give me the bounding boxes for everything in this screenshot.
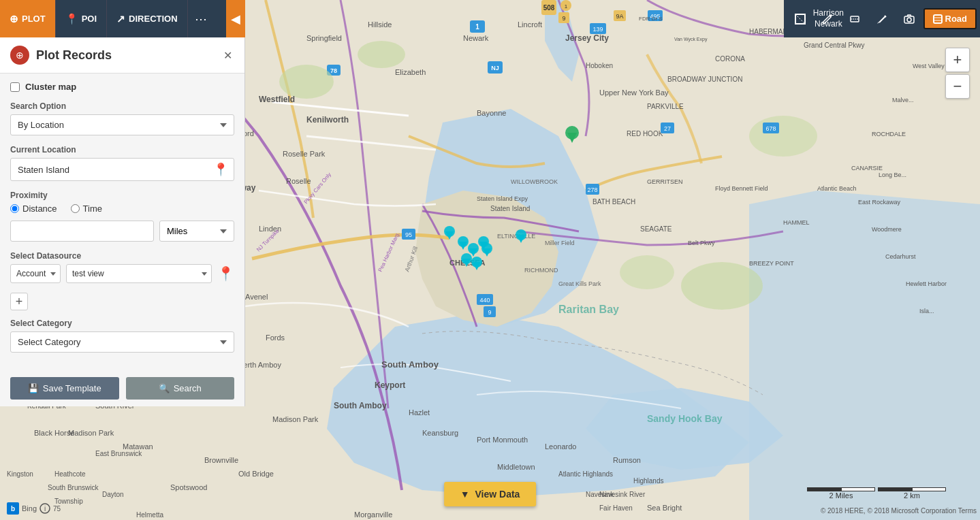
svg-text:95: 95 [405,231,412,238]
svg-text:Keyport: Keyport [375,380,405,390]
proximity-radio-row: Distance Time [10,204,234,214]
search-button[interactable]: 🔍 Search [126,377,235,400]
time-radio-label: Time [83,204,102,214]
svg-text:Newark: Newark [463,34,489,42]
poi-icon: 📍 [65,13,78,25]
collapse-button[interactable]: ◀ [226,0,245,37]
svg-text:Jersey City: Jersey City [565,33,609,43]
zoom-in-button[interactable]: + [945,48,970,72]
copyright-text: © 2018 HERE, © 2018 Microsoft Corporatio… [821,507,977,515]
scale-km: 2 km [904,491,920,500]
datasource-group: Select Datasource Account Contact Lead t… [10,251,234,283]
road-view-button[interactable]: Road [923,8,977,29]
svg-text:Old Bridge: Old Bridge [238,470,274,478]
plot-label: PLOT [22,14,46,24]
svg-text:BREEZY POINT: BREEZY POINT [749,260,794,267]
view-data-button[interactable]: ▼ View Data [444,482,537,506]
datasource-view-select[interactable]: test view All Accounts My Accounts [66,264,212,283]
distance-radio-option[interactable]: Distance [10,204,57,214]
svg-text:Sandy Hook Bay: Sandy Hook Bay [647,413,723,424]
search-option-select[interactable]: By Location By Address By Coordinates [10,114,234,135]
more-button[interactable]: ⋯ [188,0,214,37]
svg-text:NJ: NJ [491,65,499,71]
panel-header: ⊕ Plot Records ✕ [0,37,244,74]
svg-text:Van Wyck Expy: Van Wyck Expy [674,37,708,42]
svg-text:440: 440 [479,297,490,304]
datasource-label: Select Datasource [10,251,234,261]
user-name: HarrisonNewark [813,8,844,29]
save-template-button[interactable]: 💾 Save Template [10,377,119,400]
svg-text:Bayonne: Bayonne [477,109,506,117]
search-option-group: Search Option By Location By Address By … [10,101,234,135]
bing-watermark: b Bing i 75 [7,502,61,515]
svg-text:Atlantic Highlands: Atlantic Highlands [558,470,613,478]
svg-text:Malve...: Malve... [892,97,914,103]
distance-radio[interactable] [10,204,19,213]
panel-actions: 💾 Save Template 🔍 Search [0,377,244,400]
svg-line-172 [795,14,805,24]
datasource-row: Account Contact Lead test view All Accou… [10,264,234,283]
svg-text:Miller Field: Miller Field [545,240,575,246]
svg-text:Springfield: Springfield [306,34,342,42]
svg-text:Middletown: Middletown [497,463,535,471]
svg-text:Highlands: Highlands [633,477,663,485]
svg-text:Spotswood: Spotswood [170,483,207,491]
svg-text:1: 1 [475,23,479,31]
time-radio[interactable] [71,204,80,213]
svg-text:Hoboken: Hoboken [586,62,613,69]
svg-text:Roselle: Roselle [286,177,311,185]
location-pin-icon[interactable]: 📍 [208,159,234,180]
proximity-inputs: Miles Kilometers [10,221,234,242]
search-label: Search [174,383,202,393]
svg-point-21 [279,65,334,99]
svg-text:Woodmere: Woodmere [872,226,902,233]
view-data-label: View Data [475,489,520,500]
add-datasource-button[interactable]: + [10,293,28,310]
svg-point-175 [907,18,911,22]
svg-text:27: 27 [664,125,671,132]
svg-point-24 [749,116,817,157]
svg-text:South Amboy: South Amboy [381,359,439,370]
category-select[interactable]: Select Category Category 1 Category 2 [10,331,234,353]
svg-text:508: 508 [543,4,555,12]
svg-text:Sea Bright: Sea Bright [647,504,682,512]
time-radio-option[interactable]: Time [71,204,102,214]
svg-text:Elizabeth: Elizabeth [395,68,426,76]
cluster-map-checkbox[interactable] [10,82,20,92]
svg-text:Hewlett Harbor: Hewlett Harbor [906,280,947,287]
datasource-type-select[interactable]: Account Contact Lead [10,264,61,283]
svg-text:Fords: Fords [266,334,285,342]
svg-text:SEAGATE: SEAGATE [640,225,672,233]
proximity-unit-select[interactable]: Miles Kilometers [159,221,234,242]
svg-text:Keansburg: Keansburg [422,429,458,437]
svg-text:Fair Haven: Fair Haven [599,504,633,512]
direction-button[interactable]: ↗ DIRECTION [107,0,188,37]
poi-button[interactable]: 📍 POI [56,0,107,37]
svg-text:WILLOWBROOK: WILLOWBROOK [511,178,558,185]
svg-text:78: 78 [330,67,337,74]
proximity-label: Proximity [10,191,234,200]
bing-terms-icon: i [39,503,50,514]
bing-number: 75 [53,505,61,513]
svg-text:Madison Park: Madison Park [68,429,114,437]
svg-text:CORONA: CORONA [715,55,745,63]
cluster-map-label: Cluster map [25,82,76,92]
edit-tool-button[interactable] [869,5,895,33]
distance-radio-label: Distance [22,204,57,214]
road-label: Road [945,14,968,24]
svg-text:Port Monmouth: Port Monmouth [477,436,528,444]
zoom-out-button[interactable]: − [945,74,970,99]
plot-button[interactable]: ⊕ PLOT [0,0,56,37]
panel-close-button[interactable]: ✕ [221,47,234,64]
svg-text:Cedarhurst: Cedarhurst [885,253,916,260]
location-input[interactable] [11,160,208,180]
svg-point-23 [681,262,763,310]
camera-tool-button[interactable] [896,5,922,33]
svg-text:Lincroft: Lincroft [518,20,542,29]
svg-text:East Brunswick: East Brunswick [95,450,142,457]
svg-text:Roselle Park: Roselle Park [283,150,326,158]
proximity-value-input[interactable] [10,221,154,242]
add-icon: + [16,295,23,309]
svg-text:South Amboy: South Amboy [334,401,387,410]
svg-text:Raritan Bay: Raritan Bay [558,304,619,315]
